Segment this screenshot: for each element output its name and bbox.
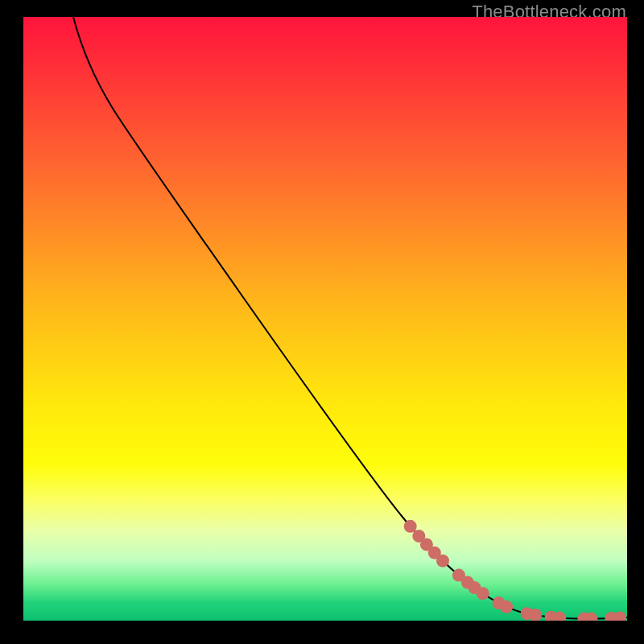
curve-layer [23, 17, 627, 621]
bottleneck-curve [73, 17, 627, 619]
ideal-dot [613, 611, 626, 621]
ideal-dot [477, 587, 489, 600]
ideal-dots-group [404, 520, 626, 621]
ideal-dot [404, 520, 417, 533]
plot-area [23, 17, 627, 621]
ideal-dot [436, 555, 449, 568]
ideal-dot [500, 601, 513, 613]
chart-frame: TheBottleneck.com [0, 0, 644, 644]
